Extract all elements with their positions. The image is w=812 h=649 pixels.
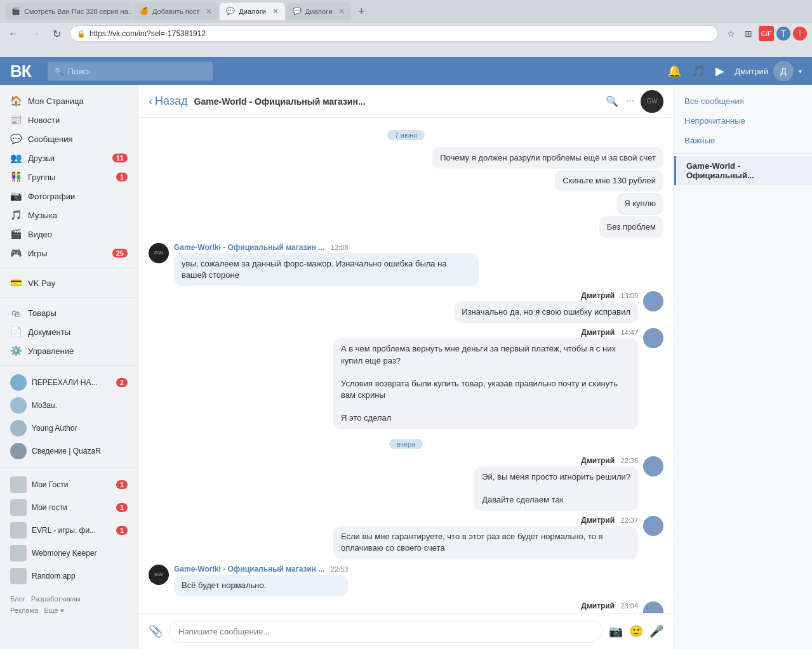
label-moi-gosti2: Мои гости bbox=[32, 503, 111, 512]
tab-close-2[interactable]: ✕ bbox=[206, 7, 212, 16]
user-name: Дмитрий bbox=[735, 67, 768, 76]
group-label-mo3au: Mo3au. bbox=[32, 401, 128, 410]
sidebar-item-docs[interactable]: 📄 Документы bbox=[0, 322, 138, 341]
browser-tab-2[interactable]: 🍊 Добавить пост ✕ bbox=[133, 3, 218, 20]
browser-tab-3[interactable]: 💬 Диалоги ✕ bbox=[220, 3, 285, 20]
dmitry-avatar-3 bbox=[643, 456, 663, 476]
voice-icon[interactable]: 🎤 bbox=[649, 624, 663, 638]
browser-actions: ☆ ⊞ GIF T ! bbox=[723, 26, 807, 41]
chat-search-icon[interactable]: 🔍 bbox=[606, 95, 618, 107]
games-badge: 25 bbox=[112, 249, 128, 258]
sidebar-item-video[interactable]: 🎬 Видео bbox=[0, 225, 138, 244]
outgoing-dmitry-1447: Дмитрий 14:47 А в чем проблема вернуть м… bbox=[149, 328, 663, 429]
sidebar-item-my-page[interactable]: 🏠 Моя Страница bbox=[0, 91, 138, 110]
footer-more[interactable]: Ещё ▾ bbox=[44, 606, 64, 614]
user-dropdown-icon[interactable]: ▾ bbox=[799, 68, 802, 75]
sidebar-group-young-author[interactable]: Young Author bbox=[0, 417, 138, 440]
outgoing-group-1: Почему я должен разрули проблемы ещё и з… bbox=[149, 147, 663, 238]
sidebar-bottom-moi-gosti[interactable]: Мои Гости 1 bbox=[0, 473, 138, 496]
sidebar-item-games[interactable]: 🎮 Игры 25 bbox=[0, 244, 138, 263]
gif-icon[interactable]: GIF bbox=[759, 26, 774, 41]
sidebar-bottom-moi-gosti2[interactable]: Мои гости 1 bbox=[0, 496, 138, 519]
sidebar-item-friends[interactable]: 👥 Друзья 11 bbox=[0, 148, 138, 167]
sidebar-item-music[interactable]: 🎵 Музыка bbox=[0, 206, 138, 225]
dmitry-avatar-5 bbox=[643, 601, 663, 613]
outgoing-time-2304: 23:04 bbox=[620, 602, 638, 610]
tab-favicon-2: 🍊 bbox=[140, 7, 149, 16]
sidebar-item-groups[interactable]: 👫 Группы 1 bbox=[0, 167, 138, 187]
profile-icon[interactable]: T bbox=[776, 27, 790, 41]
game-avatar-2: GW bbox=[149, 565, 169, 585]
video-icon[interactable]: ▶ bbox=[715, 64, 724, 78]
tab-favicon-4: 💬 bbox=[293, 7, 302, 16]
groups-icon: 👫 bbox=[10, 171, 22, 183]
outgoing-msg-2: Скиньте мне 130 рублей bbox=[555, 170, 663, 192]
games-icon: 🎮 bbox=[10, 247, 22, 259]
sidebar-item-messages[interactable]: 💬 Сообщения bbox=[0, 129, 138, 148]
vk-search[interactable]: 🔍 Поиск bbox=[48, 62, 213, 81]
sidebar-bottom-evrl[interactable]: EVRL - игры, фи... 1 bbox=[0, 519, 138, 542]
sidebar-item-news[interactable]: 📰 Новости bbox=[0, 110, 138, 129]
reload-button[interactable]: ↻ bbox=[48, 25, 65, 42]
notifications-icon[interactable]: 🔔 bbox=[667, 64, 681, 78]
sidebar-group-mo3au[interactable]: Mo3au. bbox=[0, 394, 138, 417]
dmitry-name-2237: Дмитрий bbox=[581, 516, 615, 525]
sidebar-bottom-webmoney[interactable]: Webmoney Keeper bbox=[0, 542, 138, 565]
incoming-msg-game-1308: GW Game-Worlki - Официальный магазин ...… bbox=[149, 243, 663, 286]
date-label-yesterday: вчера bbox=[389, 439, 423, 449]
back-nav-button[interactable]: ← bbox=[5, 25, 22, 42]
emoji-icon[interactable]: 🙂 bbox=[629, 624, 643, 638]
incoming-bubble-1308: увы, сожалеем за данный форс-мажор. Изна… bbox=[174, 253, 479, 286]
sidebar-item-manage[interactable]: ⚙️ Управление bbox=[0, 341, 138, 360]
browser-tab-1[interactable]: 🎬 Смотреть Ван Пис 328 серия на... ✕ bbox=[5, 3, 132, 20]
sidebar-label-news: Новости bbox=[28, 115, 128, 125]
user-menu[interactable]: Дмитрий Д ▾ bbox=[735, 61, 802, 81]
browser-tab-4[interactable]: 💬 Диалоги ✕ bbox=[286, 3, 352, 20]
sidebar-all-messages[interactable]: Все сообщения bbox=[674, 91, 812, 111]
group-avatar-pereehali bbox=[10, 374, 27, 391]
browser-chrome: 🎬 Смотреть Ван Пис 328 серия на... ✕ 🍊 Д… bbox=[0, 0, 812, 57]
sidebar-unread[interactable]: Непрочитанные bbox=[674, 111, 812, 131]
music-icon[interactable]: 🎵 bbox=[691, 64, 705, 78]
bookmark-icon[interactable]: ☆ bbox=[723, 26, 738, 41]
incoming-sender-1308: Game-Worlki - Официальный магазин ... 13… bbox=[174, 243, 479, 252]
tab-close-3[interactable]: ✕ bbox=[272, 7, 279, 16]
avatar-random bbox=[10, 568, 27, 584]
chat-title: Game-World - Официальный магазин... bbox=[194, 96, 599, 107]
address-bar[interactable]: 🔒 https://vk.com/im?sel=-175381912 bbox=[70, 25, 718, 42]
incoming-time-2253: 22:53 bbox=[331, 565, 349, 573]
home-icon: 🏠 bbox=[10, 95, 22, 107]
sidebar-item-vkpay[interactable]: 💳 VK Pay bbox=[0, 273, 138, 292]
back-button[interactable]: ‹ Назад bbox=[149, 95, 188, 108]
chat-more-icon[interactable]: ··· bbox=[626, 95, 634, 107]
group-avatar-young-author bbox=[10, 420, 27, 436]
url-text: https://vk.com/im?sel=-175381912 bbox=[90, 29, 206, 38]
vk-logo[interactable]: ВК bbox=[10, 62, 31, 81]
footer-ads[interactable]: Реклама bbox=[10, 606, 38, 614]
chat-header: ‹ Назад Game-World - Официальный магазин… bbox=[138, 85, 674, 118]
outgoing-bubble-2236: Эй, вы меня просто игнорить решили?Давай… bbox=[474, 466, 638, 511]
sidebar-item-photos[interactable]: 📷 Фотографии bbox=[0, 187, 138, 206]
forward-nav-button[interactable]: → bbox=[27, 25, 43, 42]
extensions-icon[interactable]: ⊞ bbox=[741, 26, 756, 41]
tab-close-4[interactable]: ✕ bbox=[338, 7, 345, 16]
message-input[interactable] bbox=[169, 620, 602, 643]
camera-icon[interactable]: 📷 bbox=[609, 624, 623, 638]
footer-dev[interactable]: Разработчикам bbox=[31, 595, 81, 603]
new-tab-button[interactable]: + bbox=[352, 3, 370, 20]
sidebar-important[interactable]: Важные bbox=[674, 131, 812, 150]
vkpay-icon: 💳 bbox=[10, 277, 22, 289]
sidebar-game-world[interactable]: Game-World - Официальный... bbox=[674, 156, 812, 185]
sidebar-group-quazar[interactable]: Сведение | QuazaR bbox=[0, 440, 138, 462]
sidebar-divider-2 bbox=[0, 298, 138, 298]
attach-icon[interactable]: 📎 bbox=[149, 624, 163, 638]
group-label-pereehali: ПЕРЕЕХАЛИ НА... bbox=[32, 378, 111, 387]
sidebar-item-shop[interactable]: 🛍 Товары bbox=[0, 303, 138, 322]
footer-blog[interactable]: Блог bbox=[10, 595, 25, 603]
sidebar-bottom-random[interactable]: Random.app bbox=[0, 565, 138, 587]
menu-icon[interactable]: ! bbox=[793, 27, 807, 41]
sidebar-group-pereehali[interactable]: ПЕРЕЕХАЛИ НА... 2 bbox=[0, 371, 138, 394]
sidebar-label-my-page: Моя Страница bbox=[28, 96, 128, 106]
chat-messages: 7 июня Почему я должен разрули проблемы … bbox=[138, 118, 674, 613]
outgoing-content-2304: Дмитрий 23:04 bbox=[581, 601, 638, 613]
